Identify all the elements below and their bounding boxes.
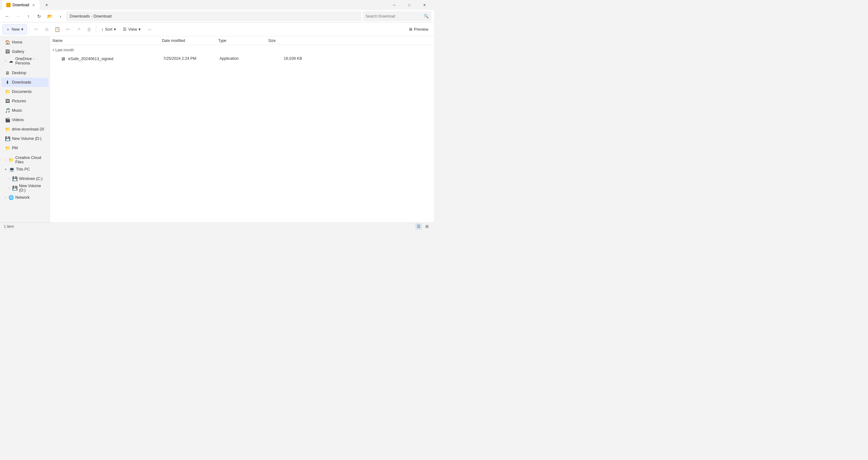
tab-title: Download bbox=[12, 3, 29, 7]
new-tab-button[interactable]: + bbox=[42, 1, 51, 9]
breadcrumb-right-arrow[interactable]: › bbox=[56, 11, 65, 21]
share-button[interactable]: ↗ bbox=[73, 24, 84, 34]
item-count: 1 item bbox=[4, 224, 14, 229]
new-chevron-icon: ▾ bbox=[21, 27, 24, 32]
status-bar: 1 item ☰ ⊞ bbox=[0, 223, 434, 230]
up-button[interactable]: ↑ bbox=[24, 11, 33, 21]
sort-icon: ↕ bbox=[101, 27, 103, 32]
sidebar-item-desktop[interactable]: 🖥 Desktop 📌 bbox=[1, 68, 49, 78]
sidebar-item-label: Desktop bbox=[12, 71, 26, 75]
file-name: eSafe_20240613_signed bbox=[68, 56, 114, 61]
sidebar-item-new-volume-d2[interactable]: › 💾 New Volume (D:) bbox=[1, 183, 49, 193]
sidebar-item-label: Network bbox=[15, 195, 30, 200]
expand-arrow-icon: › bbox=[5, 196, 6, 199]
col-size-header[interactable]: Size bbox=[266, 36, 303, 45]
creative-cloud-icon: 📁 bbox=[8, 157, 13, 163]
main-area: 🏠 Home 🖼 Gallery › ☁ OneDrive - Persona … bbox=[0, 36, 434, 223]
breadcrumb[interactable]: Downloads › Download bbox=[66, 11, 362, 21]
col-name-header[interactable]: Name bbox=[50, 36, 159, 45]
cut-button[interactable]: ✂ bbox=[31, 24, 41, 34]
tab-folder-icon bbox=[6, 3, 11, 7]
table-row[interactable]: 🖥 eSafe_20240613_signed 7/25/2024 2:24 P… bbox=[51, 54, 433, 63]
list-view-button[interactable]: ☰ bbox=[415, 223, 422, 230]
sidebar-item-network[interactable]: › 🌐 Network bbox=[1, 193, 49, 202]
sidebar-item-onedrive[interactable]: › ☁ OneDrive - Persona bbox=[1, 56, 49, 66]
sidebar-item-label: Pictures bbox=[12, 99, 26, 103]
sidebar-item-creative-cloud[interactable]: › 📁 Creative Cloud Files bbox=[1, 155, 49, 165]
sidebar-item-label: Windows (C:) bbox=[19, 176, 42, 181]
file-date: 7/25/2024 2:24 PM bbox=[161, 56, 217, 61]
sidebar-item-label: drive-download-20 bbox=[12, 127, 44, 132]
tab-close-button[interactable]: ✕ bbox=[31, 2, 36, 7]
col-type-header[interactable]: Type bbox=[216, 36, 266, 45]
file-app-icon: 🖥 bbox=[60, 56, 66, 61]
home-icon: 🏠 bbox=[5, 40, 10, 45]
back-button[interactable]: ← bbox=[2, 11, 12, 21]
sidebar-item-label: Gallery bbox=[12, 50, 24, 54]
sort-chevron-icon: ▾ bbox=[114, 27, 116, 32]
sort-button[interactable]: ↕ Sort ▾ bbox=[98, 24, 119, 34]
documents-icon: 📁 bbox=[5, 89, 10, 94]
window-controls: ─ □ ✕ bbox=[387, 0, 432, 10]
sidebar-item-documents[interactable]: 📁 Documents 📌 bbox=[1, 87, 49, 96]
folder-icon: 📁 bbox=[5, 127, 10, 132]
sidebar-item-label: New Volume (D:) bbox=[12, 137, 41, 141]
file-type: Application bbox=[217, 56, 267, 61]
column-header: Name Date modified Type Size bbox=[50, 36, 434, 45]
sidebar-item-videos[interactable]: 🎬 Videos 📌 bbox=[1, 115, 49, 124]
this-pc-icon: 💻 bbox=[9, 167, 14, 172]
sidebar-item-gallery[interactable]: 🖼 Gallery bbox=[1, 47, 49, 56]
col-date-header[interactable]: Date modified bbox=[159, 36, 216, 45]
sort-label: Sort bbox=[105, 27, 113, 32]
file-group-label[interactable]: ▾ Last month bbox=[50, 46, 434, 54]
breadcrumb-downloads[interactable]: Downloads bbox=[70, 14, 90, 19]
videos-icon: 🎬 bbox=[5, 117, 10, 122]
preview-button[interactable]: ⊞ Preview bbox=[406, 24, 432, 34]
more-button[interactable]: ··· bbox=[145, 24, 154, 34]
address-bar: ← → ↑ ↻ 📂 › Downloads › Download 🔍 bbox=[0, 10, 434, 23]
file-area: Name Date modified Type Size ▾ Last mont… bbox=[50, 36, 434, 223]
sidebar-item-pm[interactable]: 📁 PM bbox=[1, 143, 49, 153]
minimize-button[interactable]: ─ bbox=[387, 0, 401, 10]
sidebar-item-this-pc[interactable]: ▾ 💻 This PC bbox=[1, 165, 49, 174]
pm-folder-icon: 📁 bbox=[5, 145, 10, 150]
new-button[interactable]: ＋ New ▾ bbox=[2, 24, 27, 34]
paste-button[interactable]: 📋 bbox=[52, 24, 62, 34]
sidebar-item-music[interactable]: 🎵 Music 📌 bbox=[1, 106, 49, 115]
expand-arrow-icon: › bbox=[9, 177, 10, 180]
rename-button[interactable]: ✏ bbox=[63, 24, 73, 34]
sidebar-item-label: PM bbox=[12, 146, 18, 150]
sidebar-item-pictures[interactable]: 🖼 Pictures 📌 bbox=[1, 96, 49, 106]
toolbar-separator-1 bbox=[29, 26, 29, 33]
maximize-button[interactable]: □ bbox=[402, 0, 416, 10]
music-icon: 🎵 bbox=[5, 108, 10, 113]
breadcrumb-current[interactable]: Download bbox=[93, 14, 112, 19]
title-bar: Download ✕ + ─ □ ✕ bbox=[0, 0, 434, 10]
sidebar-item-new-volume-d[interactable]: 💾 New Volume (D:) bbox=[1, 134, 49, 143]
breadcrumb-separator: › bbox=[91, 15, 92, 18]
file-name-cell: 🖥 eSafe_20240613_signed bbox=[51, 56, 161, 61]
window-tab[interactable]: Download ✕ bbox=[2, 0, 40, 10]
network-icon: 🌐 bbox=[8, 195, 13, 200]
refresh-button[interactable]: ↻ bbox=[34, 11, 44, 21]
sidebar-item-label: Music bbox=[12, 108, 22, 113]
file-size: 16,039 KB bbox=[267, 56, 305, 61]
toolbar: ＋ New ▾ ✂ ⧉ 📋 ✏ ↗ 🗑 ↕ Sort ▾ ☰ View ▾ ··… bbox=[0, 23, 434, 36]
windows-c-icon: 💾 bbox=[12, 176, 17, 181]
sidebar-divider-2 bbox=[0, 153, 50, 155]
forward-button[interactable]: → bbox=[13, 11, 23, 21]
search-input[interactable] bbox=[366, 14, 422, 19]
sidebar-item-downloads[interactable]: ⬇ Downloads 📌 bbox=[1, 78, 49, 87]
sidebar-item-drive-download[interactable]: 📁 drive-download-20 bbox=[1, 124, 49, 134]
new-volume-icon: 💾 bbox=[12, 185, 17, 191]
view-button[interactable]: ☰ View ▾ bbox=[120, 24, 144, 34]
search-box[interactable]: 🔍 bbox=[363, 11, 432, 21]
close-button[interactable]: ✕ bbox=[417, 0, 432, 10]
copy-button[interactable]: ⧉ bbox=[41, 24, 52, 34]
sidebar-item-home[interactable]: 🏠 Home bbox=[1, 37, 49, 47]
sidebar-item-label: OneDrive - Persona bbox=[15, 57, 46, 65]
sidebar-item-label: New Volume (D:) bbox=[19, 184, 46, 193]
grid-view-button[interactable]: ⊞ bbox=[423, 223, 430, 230]
sidebar-item-windows-c[interactable]: › 💾 Windows (C:) bbox=[1, 174, 49, 183]
delete-button[interactable]: 🗑 bbox=[84, 24, 94, 34]
